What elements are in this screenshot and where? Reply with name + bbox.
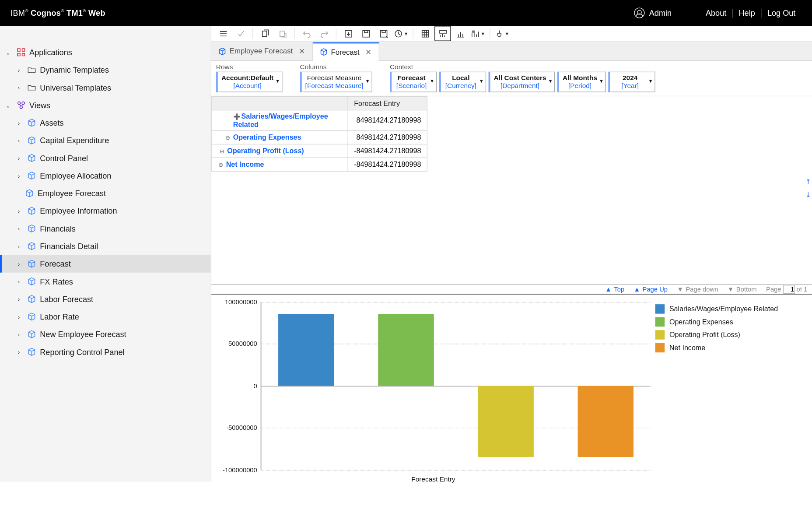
chart-bar[interactable] [478, 386, 533, 457]
nav-universal-templates[interactable]: › Universal Templates [0, 79, 211, 96]
chip-secondary: [Period] [563, 82, 597, 90]
nav-item-fx-rates[interactable]: ›FX Rates [0, 273, 211, 290]
close-icon[interactable]: ✕ [363, 48, 372, 56]
chart-view-icon[interactable] [452, 26, 469, 41]
row-header[interactable]: ⊖Net Income [212, 158, 348, 171]
commit-icon[interactable] [232, 26, 249, 41]
chart-bar[interactable] [378, 314, 434, 386]
chart-bar[interactable] [578, 386, 634, 457]
nav-item-employee-forecast[interactable]: Employee Forecast [0, 184, 211, 202]
tab-employee-forecast[interactable]: Employee Forecast ✕ [211, 42, 313, 60]
cube-icon [27, 119, 36, 127]
nav-views[interactable]: ⌄ Views [0, 96, 211, 114]
table-corner[interactable] [212, 96, 348, 110]
cube-icon [27, 207, 36, 215]
nav-item-labor-rate[interactable]: ›Labor Rate [0, 308, 211, 325]
cell-value[interactable]: 84981424.27180998 [348, 110, 427, 130]
y-tick-label: 100000000 [216, 298, 257, 305]
copy-icon[interactable] [256, 26, 273, 41]
legend-item[interactable]: Salaries/Wages/Employee Related [655, 304, 778, 313]
grid-view-icon[interactable] [417, 26, 434, 41]
svg-rect-14 [364, 30, 368, 32]
chart-type-icon[interactable]: ▼ [470, 26, 486, 41]
cell-value[interactable]: -84981424.27180998 [348, 158, 427, 171]
row-header[interactable]: ⊖Operating Expenses [212, 130, 348, 144]
pager-page-input[interactable] [783, 285, 795, 294]
tab-forecast[interactable]: Forecast ✕ [313, 42, 380, 61]
about-link[interactable]: About [700, 8, 732, 17]
nav-item-forecast[interactable]: ›Forecast [0, 255, 211, 272]
expand-icon[interactable]: ⊖ [225, 134, 231, 141]
context-chip[interactable]: 2024[Year]▼ [609, 72, 655, 92]
cell-value[interactable]: -84981424.27180998 [348, 144, 427, 158]
chip-secondary: [Forecast Measure] [305, 82, 364, 90]
nav-item-control-panel[interactable]: ›Control Panel [0, 149, 211, 167]
nav-dynamic-templates[interactable]: › Dynamic Templates [0, 61, 211, 79]
context-chip[interactable]: Forecast[Scenario]▼ [390, 72, 437, 92]
legend-swatch [655, 330, 665, 339]
svg-rect-6 [22, 53, 25, 56]
save-view-icon[interactable] [357, 26, 374, 41]
nav-item-employee-allocation[interactable]: ›Employee Allocation [0, 167, 211, 184]
chevron-right-icon: › [14, 119, 23, 126]
context-chip[interactable]: All Months[Period]▼ [557, 72, 606, 92]
scroll-bottom-icon[interactable]: ⤓ [805, 191, 811, 198]
nav-item-new-employee-forecast[interactable]: ›New Employee Forecast [0, 325, 211, 343]
legend-swatch [655, 304, 665, 313]
grid-chart-view-icon[interactable] [434, 26, 451, 41]
paste-icon[interactable] [274, 26, 291, 41]
legend-item[interactable]: Operating Expenses [655, 317, 778, 326]
rows-chip[interactable]: Account:Default [Account] ▼ [216, 72, 282, 92]
row-header[interactable]: ➕Salaries/Wages/Employee Related [212, 110, 348, 130]
expand-icon[interactable]: ⊖ [219, 148, 225, 155]
nav-item-assets[interactable]: ›Assets [0, 114, 211, 131]
cube-icon [27, 277, 36, 285]
svg-point-20 [472, 31, 474, 32]
pager-page-down[interactable]: ▼ Page down [677, 286, 718, 293]
table-row: ⊖Net Income-84981424.27180998 [212, 158, 427, 171]
expand-icon[interactable]: ⊖ [218, 162, 224, 168]
legend-item[interactable]: Operating Profit (Loss) [655, 330, 778, 339]
chip-primary: Account:Default [221, 74, 273, 82]
logout-link[interactable]: Log Out [761, 8, 802, 17]
chart-bar[interactable] [278, 314, 334, 386]
nav-applications[interactable]: ⌄ Applications [0, 43, 211, 61]
cell-value[interactable]: 84981424.27180998 [348, 130, 427, 144]
svg-point-9 [20, 106, 22, 109]
chevron-right-icon: › [14, 84, 23, 91]
recalc-icon[interactable]: ▼ [393, 26, 410, 41]
undo-icon[interactable] [298, 26, 315, 41]
export-icon[interactable] [340, 26, 357, 41]
nav-item-financials-detail[interactable]: ›Financials Detail [0, 237, 211, 255]
nav-item-reporting-control-panel[interactable]: ›Reporting Control Panel [0, 343, 211, 361]
sandbox-icon[interactable]: ▼ [494, 26, 511, 41]
help-link[interactable]: Help [732, 8, 761, 17]
pager-page-up[interactable]: ▲ Page Up [634, 286, 668, 293]
cube-icon [27, 154, 36, 162]
row-label: Operating Expenses [233, 133, 301, 141]
columns-chip[interactable]: Forecast Measure [Forecast Measure] ▼ [300, 72, 372, 92]
nav-item-labor-forecast[interactable]: ›Labor Forecast [0, 290, 211, 308]
nav-item-financials[interactable]: ›Financials [0, 220, 211, 237]
context-chip[interactable]: Local[Currency]▼ [439, 72, 486, 92]
cube-icon [27, 313, 36, 321]
column-header[interactable]: Forecast Entry [348, 96, 427, 110]
cube-icon [218, 47, 226, 55]
pager-bottom[interactable]: ▼ Bottom [728, 286, 757, 293]
nav-item-label: Financials [40, 224, 76, 233]
legend-swatch [655, 343, 665, 352]
save-as-icon[interactable] [375, 26, 392, 41]
nav-item-capital-expenditure[interactable]: ›Capital Expenditure [0, 132, 211, 149]
redo-icon[interactable] [316, 26, 332, 41]
user-menu[interactable]: Admin [634, 7, 700, 18]
context-chip[interactable]: All Cost Centers[Department]▼ [488, 72, 555, 92]
scroll-top-icon[interactable]: ⤒ [805, 179, 811, 186]
nav-item-employee-information[interactable]: ›Employee Information [0, 202, 211, 220]
close-icon[interactable]: ✕ [296, 47, 305, 56]
menu-icon[interactable] [215, 26, 231, 41]
expand-icon[interactable]: ➕ [233, 113, 239, 120]
pager-top[interactable]: ▲ Top [605, 286, 624, 293]
row-header[interactable]: ⊖Operating Profit (Loss) [212, 144, 348, 158]
view-tabs: Employee Forecast ✕ Forecast ✕ [211, 42, 812, 61]
legend-item[interactable]: Net Income [655, 343, 778, 352]
